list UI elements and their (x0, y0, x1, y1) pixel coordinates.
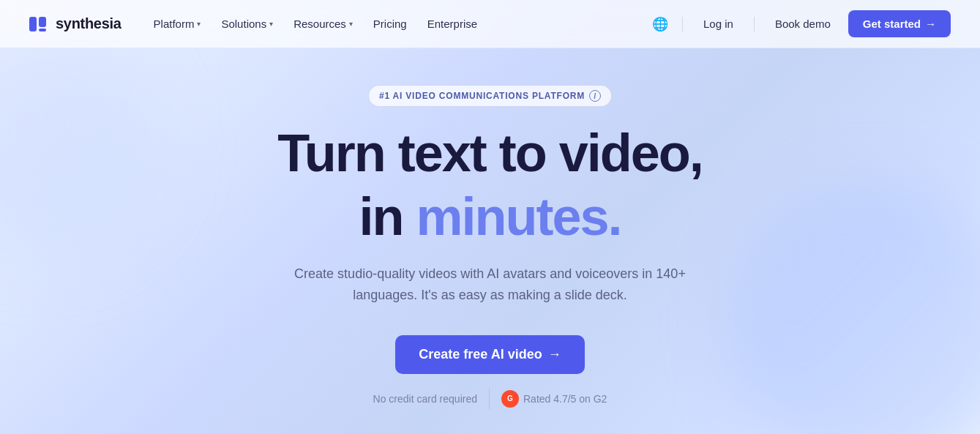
hero-subtitle: Create studio-quality videos with AI ava… (278, 263, 703, 306)
nav-divider2 (754, 17, 755, 31)
svg-rect-0 (29, 17, 37, 31)
cta-button[interactable]: Create free AI video → (395, 335, 584, 374)
svg-rect-2 (39, 29, 46, 31)
navbar-left: synthesia Platform ▾ Solutions ▾ Resourc… (29, 13, 486, 34)
nav-resources[interactable]: Resources ▾ (285, 13, 362, 34)
solutions-chevron-icon: ▾ (269, 20, 273, 28)
nav-enterprise[interactable]: Enterprise (419, 13, 486, 34)
logo-icon (29, 17, 50, 31)
info-icon[interactable]: i (589, 90, 601, 102)
platform-chevron-icon: ▾ (197, 20, 201, 28)
hero-badge: #1 AI VIDEO COMMUNICATIONS PLATFORM i (368, 85, 612, 107)
social-proof-divider (489, 389, 490, 409)
navbar: synthesia Platform ▾ Solutions ▾ Resourc… (0, 0, 980, 48)
arrow-icon: → (925, 18, 936, 30)
hero-title-line1: Turn text to video, (277, 124, 703, 182)
get-started-button[interactable]: Get started → (848, 10, 951, 37)
globe-icon: 🌐 (652, 16, 668, 32)
social-proof: No credit card required G Rated 4.7/5 on… (373, 389, 607, 409)
g2-rating-text: Rated 4.7/5 on G2 (523, 393, 607, 405)
g2-logo: G (501, 390, 519, 408)
logo-text: synthesia (56, 15, 121, 32)
language-selector[interactable]: 🌐 (647, 11, 673, 37)
nav-right: 🌐 Log in Book demo Get started → (647, 10, 951, 37)
book-demo-button[interactable]: Book demo (763, 12, 842, 36)
nav-divider (682, 17, 683, 31)
login-button[interactable]: Log in (692, 12, 745, 36)
nav-links: Platform ▾ Solutions ▾ Resources ▾ Prici… (145, 13, 487, 34)
page-wrapper: synthesia Platform ▾ Solutions ▾ Resourc… (0, 0, 980, 434)
nav-platform[interactable]: Platform ▾ (145, 13, 210, 34)
logo-link[interactable]: synthesia (29, 15, 121, 32)
g2-badge: G Rated 4.7/5 on G2 (501, 390, 607, 408)
hero-title-line2: in minutes. (359, 188, 621, 246)
cta-arrow-icon: → (548, 347, 561, 362)
resources-chevron-icon: ▾ (349, 20, 353, 28)
no-credit-card-text: No credit card required (373, 393, 477, 405)
nav-pricing[interactable]: Pricing (364, 13, 416, 34)
hero-accent: minutes. (416, 187, 621, 246)
nav-solutions[interactable]: Solutions ▾ (212, 13, 282, 34)
svg-rect-1 (39, 17, 46, 27)
hero-section: #1 AI VIDEO COMMUNICATIONS PLATFORM i Tu… (0, 48, 980, 409)
